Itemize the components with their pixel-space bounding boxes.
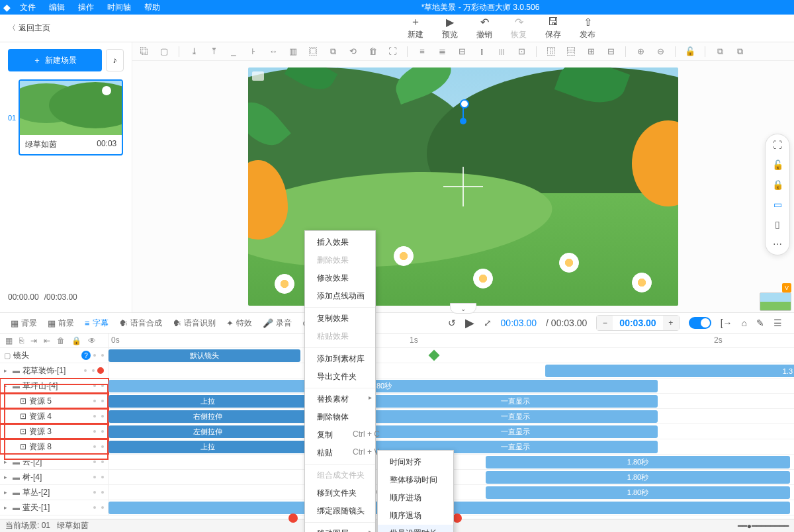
context-submenu[interactable]: 时间对齐整体移动时间顺序进场顺序退场批量设置时长: [377, 450, 454, 532]
menu-item-整体移动时间[interactable]: 整体移动时间: [378, 471, 453, 489]
canvas-tool-13[interactable]: ⛶: [387, 46, 398, 56]
canvas-tool-24[interactable]: ⊞: [586, 46, 596, 56]
menu-item-导出文件夹[interactable]: 导出文件夹: [305, 368, 375, 386]
track-content[interactable]: 1.3: [109, 363, 794, 378]
track-row[interactable]: ▸▬草坪山-[4].80秒: [0, 378, 794, 394]
toolbar-新建[interactable]: ＋新建: [408, 16, 423, 40]
toolbar-撤销[interactable]: ↶撤销: [476, 16, 492, 40]
timeline-clip[interactable]: 一直显示: [373, 425, 658, 438]
menu-item-删除物体[interactable]: 删除物体: [305, 408, 375, 426]
track-content[interactable]: .80秒: [109, 378, 794, 393]
timeline-clip[interactable]: 一直显示: [373, 395, 658, 408]
context-menu[interactable]: 插入效果删除效果修改效果添加点线动画复制效果粘贴效果添加到素材库导出文件夹替换素…: [304, 230, 376, 532]
back-home-button[interactable]: 〈 返回主页: [0, 22, 58, 34]
menu-item-顺序退场[interactable]: 顺序退场: [378, 507, 453, 525]
timeline-clip[interactable]: 左侧拉伸: [109, 425, 307, 438]
canvas-tool-0[interactable]: ⿻: [139, 46, 150, 56]
scene-item[interactable]: 01 绿草如茵 00:03: [8, 79, 124, 155]
track-label[interactable]: ⊡资源 5: [0, 394, 109, 408]
track-label[interactable]: ▸▬花草装饰-[1]: [0, 363, 109, 378]
canvas-tool-4[interactable]: ⤒: [208, 46, 219, 56]
canvas-tool-19[interactable]: ⫼: [496, 46, 507, 56]
side-tool-3[interactable]: ▭: [773, 199, 782, 210]
track-content[interactable]: 上拉一直显示: [109, 394, 794, 408]
canvas-tool-8[interactable]: ▥: [288, 46, 298, 56]
help-icon[interactable]: ?: [81, 351, 91, 360]
expand-icon[interactable]: ▸: [4, 382, 10, 389]
expand-icon[interactable]: ▸: [4, 504, 10, 511]
expand-icon[interactable]: ▸: [4, 367, 10, 374]
toolbar-发布[interactable]: ⇧发布: [580, 16, 596, 40]
menu-item-时间对齐[interactable]: 时间对齐: [378, 453, 453, 471]
minimap[interactable]: [760, 292, 791, 311]
canvas-tool-12[interactable]: 🗑: [367, 46, 378, 56]
tab-字幕[interactable]: ≡字幕: [79, 313, 114, 333]
track-label[interactable]: ▸▬蓝天-[1]: [0, 500, 109, 515]
expand-icon[interactable]: ▸: [4, 474, 10, 480]
side-tool-5[interactable]: ⋯: [773, 239, 782, 249]
canvas-tool-27[interactable]: ⊕: [635, 46, 646, 56]
new-scene-button[interactable]: ＋ 新建场景: [8, 49, 102, 71]
menu-item-插入效果[interactable]: 插入效果: [305, 234, 375, 251]
timeline-clip[interactable]: 1.3: [545, 365, 794, 377]
menu-item-批量设置时长[interactable]: 批量设置时长: [378, 525, 453, 532]
timeline-clip[interactable]: 默认镜头: [109, 349, 300, 362]
track-label[interactable]: ▢镜头?: [0, 348, 109, 363]
toolbar-预览[interactable]: ▶预览: [442, 16, 458, 40]
timeline-clip[interactable]: 上拉: [109, 395, 307, 408]
tab-语音合成[interactable]: 🗣语音合成: [114, 313, 167, 333]
list-icon[interactable]: ☰: [773, 318, 782, 328]
track-tool-2[interactable]: ⇥: [30, 336, 37, 345]
track-label[interactable]: ⊡资源 3: [0, 424, 109, 439]
edit-icon[interactable]: ✎: [756, 318, 764, 328]
side-tool-1[interactable]: 🔓: [772, 159, 783, 170]
side-tool-0[interactable]: ⛶: [773, 140, 782, 150]
timeline-clip[interactable]: 上拉: [109, 441, 307, 453]
menu-item-修改效果[interactable]: 修改效果: [305, 269, 375, 287]
toggle-switch[interactable]: [689, 317, 711, 329]
tab-特效[interactable]: ✦特效: [221, 313, 257, 333]
canvas-tool-23[interactable]: ⿳: [566, 46, 576, 56]
timeline-clip[interactable]: 右侧拉伸: [109, 410, 307, 423]
collapse-canvas-button[interactable]: ⌄: [450, 303, 476, 314]
menu-item-复制效果[interactable]: 复制效果: [305, 310, 375, 328]
export-icon[interactable]: [→: [721, 318, 732, 328]
canvas-tool-33[interactable]: ⧉: [734, 46, 745, 57]
menu-item-替换素材[interactable]: 替换素材: [305, 390, 375, 408]
timeline-clip[interactable]: 1.80秒: [486, 456, 790, 468]
canvas-tool-7[interactable]: ↔: [268, 46, 279, 56]
canvas-tool-5[interactable]: ⎯: [228, 46, 239, 56]
track-row[interactable]: ▢镜头?默认镜头: [0, 348, 794, 363]
tab-录音[interactable]: 🎤录音: [257, 313, 297, 333]
canvas-tool-6[interactable]: ꜔: [248, 46, 259, 56]
menu-时间轴[interactable]: 时间轴: [101, 2, 138, 13]
canvas-tool-10[interactable]: ⧉: [328, 46, 338, 57]
track-tool-3[interactable]: ⇤: [44, 336, 50, 345]
menu-item-绑定跟随镜头[interactable]: 绑定跟随镜头: [305, 502, 375, 520]
canvas-tool-17[interactable]: ⊟: [457, 46, 467, 56]
tab-语音识别[interactable]: 🗣语音识别: [167, 313, 221, 333]
stage[interactable]: ⌄ ⛶🔓🔒▭▯⋯: [132, 61, 794, 312]
track-row[interactable]: ⊡资源 3左侧拉伸一直显示: [0, 424, 794, 439]
track-label[interactable]: ▸▬云-[2]: [0, 455, 109, 469]
track-content[interactable]: 右侧拉伸一直显示: [109, 409, 794, 423]
canvas-tool-3[interactable]: ⤓: [189, 46, 199, 56]
canvas-tool-25[interactable]: ⊟: [605, 46, 616, 56]
menu-item-复制[interactable]: 复制Ctrl + C: [305, 426, 375, 444]
track-label[interactable]: ▸▬树-[4]: [0, 470, 109, 484]
menu-item-粘贴[interactable]: 粘贴Ctrl + V: [305, 444, 375, 462]
track-content[interactable]: 左侧拉伸一直显示: [109, 424, 794, 439]
timeline-clip[interactable]: .80秒: [109, 380, 658, 392]
keyframe-icon[interactable]: [429, 350, 440, 361]
canvas-tool-9[interactable]: ⿴: [308, 46, 318, 56]
side-tool-2[interactable]: 🔒: [772, 179, 783, 190]
menu-item-移动图层[interactable]: 移动图层: [305, 525, 375, 532]
track-row[interactable]: ▸▬花草装饰-[1]1.3: [0, 363, 794, 378]
history-icon[interactable]: ↺: [448, 318, 456, 328]
menu-操作[interactable]: 操作: [71, 2, 101, 13]
menu-item-添加点线动画[interactable]: 添加点线动画: [305, 287, 375, 305]
track-label[interactable]: ⊡资源 8: [0, 439, 109, 454]
position-marker[interactable]: [459, 99, 468, 124]
canvas-tool-1[interactable]: ▢: [159, 46, 169, 56]
canvas-tool-32[interactable]: ⧉: [715, 46, 725, 57]
